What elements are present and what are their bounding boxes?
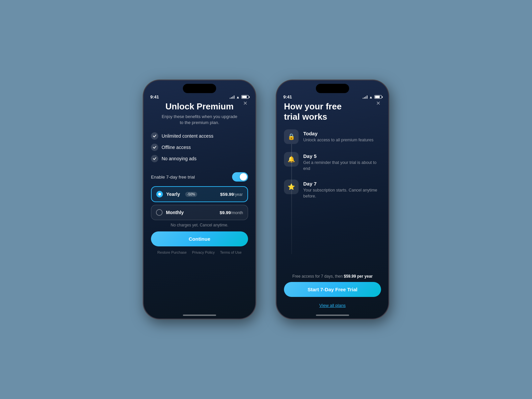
phone-2: 9:41 ▲ ✕ How your freetrial works: [276, 80, 389, 319]
status-time-1: 9:41: [150, 94, 159, 99]
subtitle-1: Enjoy these benefits when you upgradeto …: [162, 114, 237, 126]
status-time-2: 9:41: [283, 94, 292, 99]
price-note-bold: $59.99 per year: [344, 274, 373, 279]
feature-item-1: Offline access: [151, 144, 248, 151]
phone-1-screen: 9:41 ▲ ✕ Unlock Premium Enjoy these bene…: [144, 80, 255, 319]
privacy-policy-link[interactable]: Privacy Policy: [192, 250, 214, 254]
plan-price-monthly: $9.99/month: [220, 209, 243, 215]
restore-purchase-link[interactable]: Restore Purchase: [157, 250, 187, 254]
view-all-plans-link[interactable]: View all plans: [284, 303, 381, 308]
step-desc-day5: Get a reminder that your trial is about …: [303, 160, 381, 172]
step-title-today: Today: [303, 131, 373, 136]
battery-icon-1: [241, 95, 249, 99]
page-title-2: How your freetrial works: [284, 101, 381, 122]
start-trial-button[interactable]: Start 7-Day Free Trial: [284, 282, 381, 297]
step-desc-day7: Your subscription starts. Cancel anytime…: [303, 188, 381, 199]
feature-item-2: No annoying ads: [151, 155, 248, 162]
no-charge-text: No charges yet. Cancel anytime.: [171, 223, 228, 227]
battery-icon-2: [374, 95, 382, 99]
screen-1-content: Unlock Premium Enjoy these benefits when…: [144, 99, 255, 313]
close-button-2[interactable]: ✕: [374, 99, 382, 107]
status-icons-2: ▲: [363, 95, 382, 99]
home-indicator-2: [316, 315, 349, 316]
step-title-day7: Day 7: [303, 181, 381, 187]
radio-monthly: [156, 209, 163, 216]
toggle-switch[interactable]: [232, 172, 248, 182]
feature-text-2: No annoying ads: [162, 156, 197, 161]
status-icons-1: ▲: [230, 95, 249, 99]
price-note-text: Free access for 7 days, then: [292, 274, 344, 279]
plan-left-yearly: Yearly -50%: [156, 191, 197, 198]
step-title-day5: Day 5: [303, 153, 381, 159]
plan-name-monthly: Monthly: [166, 210, 184, 215]
signal-icon-2: [363, 95, 368, 99]
dynamic-island-2: [316, 84, 349, 93]
dynamic-island-1: [183, 84, 216, 93]
price-note-2: Free access for 7 days, then $59.99 per …: [284, 274, 381, 279]
terms-of-use-link[interactable]: Terms of Use: [220, 250, 242, 254]
status-bar-1: 9:41 ▲: [144, 93, 255, 99]
plan-option-yearly[interactable]: Yearly -50% $59.99/year: [151, 186, 248, 202]
plan-option-monthly[interactable]: Monthly $9.99/month: [151, 205, 248, 220]
phone-2-screen: 9:41 ▲ ✕ How your freetrial works: [277, 80, 388, 319]
feature-text-0: Unlimited content access: [162, 133, 213, 139]
check-icon-2: [151, 155, 158, 162]
home-indicator-1: [183, 315, 216, 316]
step-desc-today: Unlock access to all premium features: [303, 137, 373, 143]
step-item-day5: 🔔 Day 5 Get a reminder that your trial i…: [284, 152, 381, 172]
check-icon-0: [151, 132, 158, 140]
close-button-1[interactable]: ✕: [241, 99, 249, 107]
continue-button[interactable]: Continue: [151, 231, 248, 246]
step-text-day5: Day 5 Get a reminder that your trial is …: [303, 152, 381, 172]
plan-price-yearly: $59.99/year: [220, 191, 243, 197]
phone-1: 9:41 ▲ ✕ Unlock Premium Enjoy these bene…: [143, 80, 256, 319]
step-text-day7: Day 7 Your subscription starts. Cancel a…: [303, 180, 381, 199]
footer-links-1: Restore Purchase Privacy Policy Terms of…: [157, 250, 241, 254]
screen-2-content: How your freetrial works 🔒 Today Unlock …: [277, 99, 388, 313]
plan-badge-yearly: -50%: [185, 192, 197, 197]
step-icon-day7: ⭐: [284, 180, 299, 194]
wifi-icon-2: ▲: [369, 95, 373, 99]
plan-name-yearly: Yearly: [166, 192, 180, 197]
step-icon-day5: 🔔: [284, 152, 299, 167]
check-icon-1: [151, 144, 158, 151]
step-item-today: 🔒 Today Unlock access to all premium fea…: [284, 129, 381, 144]
status-bar-2: 9:41 ▲: [277, 93, 388, 99]
step-item-day7: ⭐ Day 7 Your subscription starts. Cancel…: [284, 180, 381, 199]
feature-list-1: Unlimited content access Offline access …: [151, 132, 248, 166]
trial-steps: 🔒 Today Unlock access to all premium fea…: [284, 129, 381, 269]
feature-text-1: Offline access: [162, 145, 191, 150]
plan-left-monthly: Monthly: [156, 209, 184, 216]
radio-yearly: [156, 191, 163, 198]
toggle-row: Enable 7-day free trial: [151, 172, 248, 182]
signal-icon-1: [230, 95, 235, 99]
toggle-label: Enable 7-day free trial: [151, 175, 195, 180]
step-icon-today: 🔒: [284, 129, 299, 144]
feature-item-0: Unlimited content access: [151, 132, 248, 140]
wifi-icon-1: ▲: [236, 95, 240, 99]
page-title-1: Unlock Premium: [165, 101, 233, 112]
step-text-today: Today Unlock access to all premium featu…: [303, 129, 373, 143]
